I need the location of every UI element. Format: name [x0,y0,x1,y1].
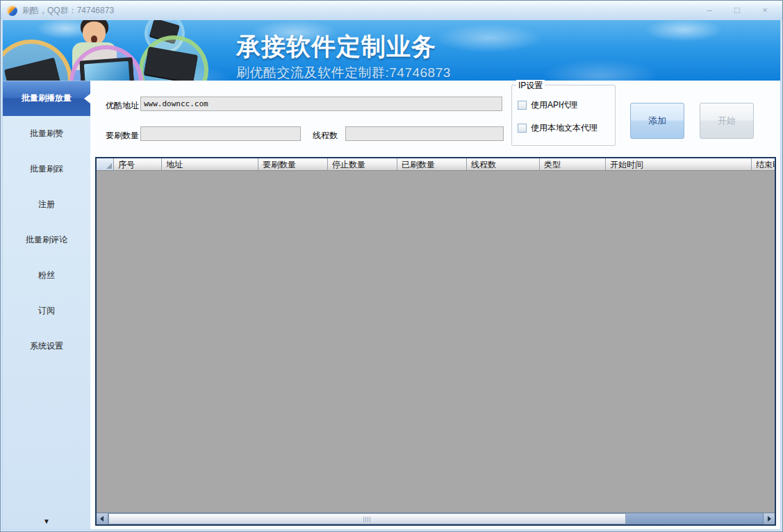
table-header-row: 序号 地址 要刷数量 停止数量 已刷数量 线程数 类型 开始时间 结束时间 [97,158,775,171]
horizontal-scrollbar[interactable] [97,513,775,524]
column-header-done-count[interactable]: 已刷数量 [397,158,467,171]
column-header-end-time[interactable]: 结束时间 [752,158,776,171]
table-empty-body [97,171,775,513]
threads-field-label: 线程数 [313,130,338,142]
banner-text: 承接软件定制业务 刷优酷交流及软件定制群:74746873 [236,31,451,81]
column-header-stop-count[interactable]: 停止数量 [328,158,397,171]
main-content: 优酷地址 要刷数量 线程数 IP设置 使用API代理 使用本地文本代理 添加 开… [90,81,780,529]
app-icon [7,6,17,16]
sidebar-item-batch-views[interactable]: 批量刷播放量 [3,81,90,116]
sidebar-item-subscribe[interactable]: 订阅 [3,293,90,329]
local-proxy-checkbox[interactable] [518,124,527,133]
column-header-start-time[interactable]: 开始时间 [606,158,752,171]
column-header-type[interactable]: 类型 [540,158,606,171]
count-field-label: 要刷数量 [106,130,139,142]
scroll-left-button[interactable] [97,513,108,524]
sidebar-item-label: 订阅 [38,306,55,315]
url-field-label: 优酷地址 [106,100,139,112]
select-all-cell[interactable] [97,158,114,171]
sidebar-item-label: 批量刷评论 [26,235,67,244]
scrollbar-thumb[interactable] [108,513,626,524]
ip-settings-title: IP设置 [516,80,545,92]
sidebar: 批量刷播放量 批量刷赞 批量刷踩 注册 批量刷评论 粉丝 订阅 系统设置 ▼ [3,81,90,529]
maximize-icon[interactable]: □ [728,4,746,17]
arrow-left-icon [100,516,104,522]
banner-title: 承接软件定制业务 [236,31,451,63]
arrow-right-icon [768,516,771,522]
local-proxy-option[interactable]: 使用本地文本代理 [518,122,597,134]
laptop-icon [79,57,134,81]
minimize-icon[interactable]: – [700,4,718,17]
sidebar-item-batch-likes[interactable]: 批量刷赞 [3,116,90,151]
local-proxy-label: 使用本地文本代理 [531,122,597,134]
app-window: 刷酷，QQ群：74746873 – □ × 承接软件定制业务 刷优酷交流及软件定… [0,0,783,532]
sidebar-item-label: 批量刷赞 [30,128,63,138]
sidebar-item-register[interactable]: 注册 [3,187,90,222]
api-proxy-label: 使用API代理 [531,99,577,111]
thumb-grip-icon [363,517,372,522]
banner-collage-graphic [3,20,211,81]
tasks-table: 序号 地址 要刷数量 停止数量 已刷数量 线程数 类型 开始时间 结束时间 [95,157,776,526]
banner-subtitle: 刷优酷交流及软件定制群:74746873 [236,64,451,81]
sidebar-item-batch-dislikes[interactable]: 批量刷踩 [3,151,90,187]
sidebar-item-batch-comments[interactable]: 批量刷评论 [3,222,90,258]
header-banner: 承接软件定制业务 刷优酷交流及软件定制群:74746873 [3,20,780,81]
sidebar-item-label: 批量刷踩 [30,164,63,174]
column-header-target[interactable]: 要刷数量 [258,158,328,171]
url-input[interactable] [140,97,502,111]
scroll-right-button[interactable] [763,513,775,524]
column-header-address[interactable]: 地址 [162,158,258,171]
titlebar[interactable]: 刷酷，QQ群：74746873 – □ × [1,1,782,20]
column-header-threads[interactable]: 线程数 [467,158,540,171]
window-title: 刷酷，QQ群：74746873 [22,5,114,17]
api-proxy-checkbox[interactable] [518,101,527,110]
close-icon[interactable]: × [756,4,774,17]
sidebar-item-fans[interactable]: 粉丝 [3,258,90,293]
start-button[interactable]: 开始 [700,103,754,139]
add-button[interactable]: 添加 [630,103,684,139]
threads-input[interactable] [345,126,504,141]
sidebar-item-label: 系统设置 [30,341,63,351]
column-header-index[interactable]: 序号 [114,158,162,171]
sidebar-item-label: 注册 [38,199,55,209]
corner-triangle-icon [106,163,112,169]
window-controls: – □ × [700,4,774,17]
sidebar-item-label: 粉丝 [38,270,55,280]
count-input[interactable] [140,126,301,141]
sidebar-item-system-settings[interactable]: 系统设置 [3,329,90,364]
api-proxy-option[interactable]: 使用API代理 [518,99,577,111]
active-item-arrow-icon [84,94,90,103]
ip-settings-group: IP设置 使用API代理 使用本地文本代理 [511,85,616,146]
sidebar-item-label: 批量刷播放量 [22,93,72,103]
sidebar-scroll-down-icon[interactable]: ▼ [3,517,90,525]
